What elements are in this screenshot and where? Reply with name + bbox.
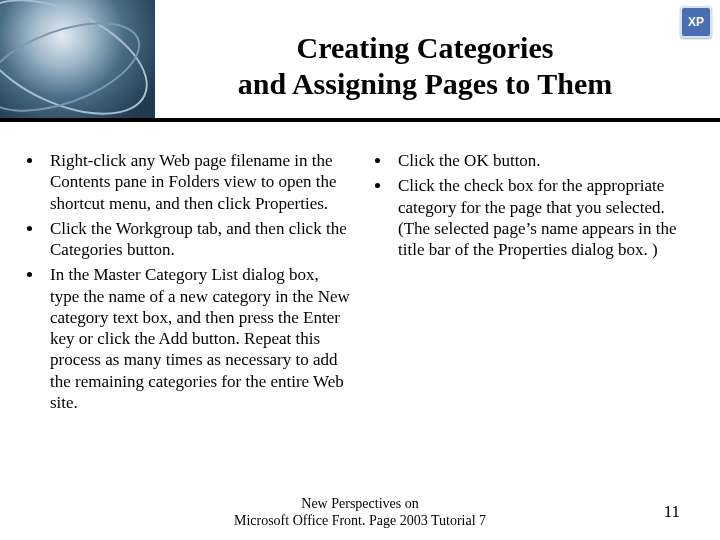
title-line-1: Creating Categories [297,31,554,64]
slide-footer: New Perspectives on Microsoft Office Fro… [0,496,720,530]
list-item: Click the check box for the appropriate … [392,175,698,260]
slide-body: Right-click any Web page filename in the… [22,150,698,480]
list-item: In the Master Category List dialog box, … [44,264,350,413]
header-divider [0,118,720,122]
slide: XP Creating Categories and Assigning Pag… [0,0,720,540]
left-bullet-list: Right-click any Web page filename in the… [22,150,350,413]
title-line-2: and Assigning Pages to Them [238,67,613,100]
list-item: Click the OK button. [392,150,698,171]
slide-header: XP Creating Categories and Assigning Pag… [0,0,720,126]
left-column: Right-click any Web page filename in the… [22,150,350,480]
right-column: Click the OK button. Click the check box… [370,150,698,480]
footer-line-1: New Perspectives on [301,496,418,511]
page-number: 11 [664,502,680,522]
footer-text: New Perspectives on Microsoft Office Fro… [0,496,720,530]
right-bullet-list: Click the OK button. Click the check box… [370,150,698,260]
footer-line-2: Microsoft Office Front. Page 2003 Tutori… [234,513,486,528]
list-item: Right-click any Web page filename in the… [44,150,350,214]
slide-title: Creating Categories and Assigning Pages … [160,30,690,102]
globe-sculpture-image [0,0,155,118]
list-item: Click the Workgroup tab, and then click … [44,218,350,261]
